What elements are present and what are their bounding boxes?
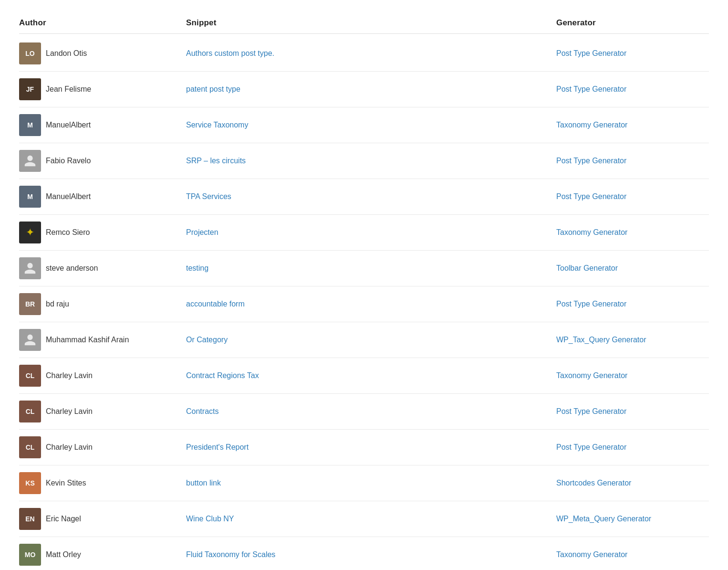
author-name: Eric Nagel <box>46 515 81 523</box>
generator-cell[interactable]: Taxonomy Generator <box>556 371 709 380</box>
snippet-cell[interactable]: Fluid Taxonomy for Scales <box>186 550 556 559</box>
snippet-link[interactable]: Authors custom post type. <box>186 49 274 57</box>
table-row: CL Charley Lavin Contract Regions Tax Ta… <box>19 358 709 394</box>
avatar: LO <box>19 42 41 64</box>
author-cell: CL Charley Lavin <box>19 365 186 387</box>
author-column-header: Author <box>19 18 186 28</box>
generator-cell[interactable]: Shortcodes Generator <box>556 479 709 487</box>
snippet-cell[interactable]: Projecten <box>186 228 556 237</box>
snippet-cell[interactable]: testing <box>186 264 556 273</box>
snippet-cell[interactable]: TPA Services <box>186 192 556 201</box>
table-row: MO Matt Orley Fluid Taxonomy for Scales … <box>19 537 709 570</box>
snippet-cell[interactable]: SRP – les circuits <box>186 157 556 165</box>
snippet-link[interactable]: accountable form <box>186 300 245 308</box>
generator-link[interactable]: WP_Tax_Query Generator <box>556 336 646 344</box>
author-name: Muhammad Kashif Arain <box>46 336 129 344</box>
avatar: CL <box>19 436 41 458</box>
generator-link[interactable]: Post Type Generator <box>556 157 626 165</box>
generator-link[interactable]: Post Type Generator <box>556 407 626 415</box>
generator-link[interactable]: Shortcodes Generator <box>556 479 631 487</box>
generator-cell[interactable]: WP_Tax_Query Generator <box>556 336 709 344</box>
generator-cell[interactable]: Post Type Generator <box>556 49 709 58</box>
snippet-cell[interactable]: patent post type <box>186 85 556 94</box>
generator-link[interactable]: Taxonomy Generator <box>556 371 627 380</box>
avatar <box>19 257 41 279</box>
author-cell: JF Jean Felisme <box>19 78 186 100</box>
generator-link[interactable]: Taxonomy Generator <box>556 121 627 129</box>
author-name: steve anderson <box>46 264 98 273</box>
avatar: M <box>19 186 41 208</box>
snippets-table: Author Snippet Generator LO Landon Otis … <box>19 14 709 570</box>
avatar: CL <box>19 365 41 387</box>
generator-cell[interactable]: WP_Meta_Query Generator <box>556 515 709 523</box>
generator-cell[interactable]: Post Type Generator <box>556 192 709 201</box>
snippet-cell[interactable]: accountable form <box>186 300 556 308</box>
author-name: Charley Lavin <box>46 443 93 452</box>
author-name: Kevin Stites <box>46 479 86 487</box>
snippet-link[interactable]: Wine Club NY <box>186 515 234 523</box>
generator-cell[interactable]: Post Type Generator <box>556 443 709 452</box>
author-cell: M ManuelAlbert <box>19 186 186 208</box>
avatar: ✦ <box>19 222 41 243</box>
avatar: KS <box>19 472 41 494</box>
generator-cell[interactable]: Post Type Generator <box>556 300 709 308</box>
author-name: Landon Otis <box>46 49 87 58</box>
table-row: KS Kevin Stites button link Shortcodes G… <box>19 465 709 501</box>
generator-link[interactable]: Taxonomy Generator <box>556 550 627 559</box>
snippet-link[interactable]: Fluid Taxonomy for Scales <box>186 550 275 559</box>
author-cell: EN Eric Nagel <box>19 508 186 530</box>
snippet-cell[interactable]: President's Report <box>186 443 556 452</box>
author-cell: Muhammad Kashif Arain <box>19 329 186 351</box>
author-cell: M ManuelAlbert <box>19 114 186 136</box>
generator-cell[interactable]: Taxonomy Generator <box>556 550 709 559</box>
generator-link[interactable]: WP_Meta_Query Generator <box>556 515 651 523</box>
snippet-link[interactable]: President's Report <box>186 443 249 451</box>
snippet-link[interactable]: Contract Regions Tax <box>186 371 259 380</box>
table-row: Muhammad Kashif Arain Or Category WP_Tax… <box>19 322 709 358</box>
snippet-link[interactable]: SRP – les circuits <box>186 157 246 165</box>
snippet-cell[interactable]: Authors custom post type. <box>186 49 556 58</box>
snippet-link[interactable]: Contracts <box>186 407 218 415</box>
generator-cell[interactable]: Post Type Generator <box>556 157 709 165</box>
snippet-link[interactable]: Or Category <box>186 336 228 344</box>
snippet-cell[interactable]: Contract Regions Tax <box>186 371 556 380</box>
generator-link[interactable]: Post Type Generator <box>556 192 626 201</box>
avatar <box>19 329 41 351</box>
author-cell: MO Matt Orley <box>19 544 186 566</box>
snippet-link[interactable]: testing <box>186 264 208 272</box>
generator-link[interactable]: Post Type Generator <box>556 85 626 93</box>
snippet-cell[interactable]: Or Category <box>186 336 556 344</box>
snippet-link[interactable]: patent post type <box>186 85 240 93</box>
generator-cell[interactable]: Taxonomy Generator <box>556 228 709 237</box>
table-row: CL Charley Lavin President's Report Post… <box>19 430 709 465</box>
snippet-cell[interactable]: Contracts <box>186 407 556 416</box>
author-cell: LO Landon Otis <box>19 42 186 64</box>
snippet-column-header: Snippet <box>186 18 556 28</box>
generator-link[interactable]: Taxonomy Generator <box>556 228 627 236</box>
table-row: M ManuelAlbert TPA Services Post Type Ge… <box>19 179 709 215</box>
snippet-link[interactable]: button link <box>186 479 221 487</box>
generator-link[interactable]: Toolbar Generator <box>556 264 618 272</box>
author-cell: KS Kevin Stites <box>19 472 186 494</box>
author-cell: Fabio Ravelo <box>19 150 186 172</box>
generator-cell[interactable]: Post Type Generator <box>556 85 709 94</box>
snippet-cell[interactable]: Wine Club NY <box>186 515 556 523</box>
generator-link[interactable]: Post Type Generator <box>556 443 626 451</box>
snippet-cell[interactable]: Service Taxonomy <box>186 121 556 129</box>
generator-cell[interactable]: Toolbar Generator <box>556 264 709 273</box>
generator-link[interactable]: Post Type Generator <box>556 300 626 308</box>
avatar: MO <box>19 544 41 566</box>
snippet-link[interactable]: Service Taxonomy <box>186 121 248 129</box>
author-name: Remco Siero <box>46 228 90 237</box>
generator-link[interactable]: Post Type Generator <box>556 49 626 57</box>
author-cell: ✦ Remco Siero <box>19 222 186 243</box>
generator-cell[interactable]: Taxonomy Generator <box>556 121 709 129</box>
generator-cell[interactable]: Post Type Generator <box>556 407 709 416</box>
table-body: LO Landon Otis Authors custom post type.… <box>19 36 709 570</box>
snippet-link[interactable]: TPA Services <box>186 192 231 201</box>
table-row: ✦ Remco Siero Projecten Taxonomy Generat… <box>19 215 709 251</box>
snippet-link[interactable]: Projecten <box>186 228 218 236</box>
author-name: Matt Orley <box>46 550 81 559</box>
author-name: Fabio Ravelo <box>46 157 91 165</box>
snippet-cell[interactable]: button link <box>186 479 556 487</box>
